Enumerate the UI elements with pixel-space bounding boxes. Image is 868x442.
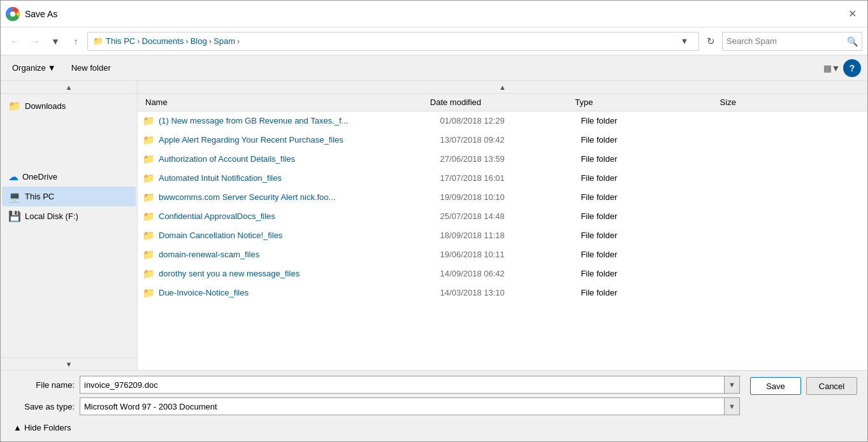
close-button[interactable]: ✕	[842, 4, 862, 24]
search-box: 🔍	[722, 32, 862, 51]
save-as-dialog: Save As ✕ ← → ▼ ↑ 📁 This PC › Documents …	[0, 0, 868, 442]
table-row[interactable]: 📁 Due-Invoice-Notice_files 14/03/2018 13…	[138, 283, 867, 303]
back-button[interactable]: ←	[6, 32, 24, 50]
breadcrumb-docs[interactable]: Documents	[142, 36, 184, 46]
sidebar-scroll-down[interactable]: ▼	[1, 357, 137, 370]
folder-icon: 📁	[143, 268, 155, 280]
file-name-cell: Authorization of Account Details_files	[159, 154, 440, 164]
sidebar-item-this-pc[interactable]: 💻 This PC	[2, 187, 136, 206]
view-button[interactable]: ▦ ▼	[823, 59, 841, 77]
file-date-cell: 14/03/2018 13:10	[440, 288, 581, 297]
col-header-name[interactable]: Name	[143, 96, 428, 108]
onedrive-icon: ☁	[8, 171, 18, 183]
table-row[interactable]: 📁 (1) New message from GB Revenue and Ta…	[138, 111, 867, 131]
file-type-cell: File folder	[581, 211, 721, 221]
save-button[interactable]: Save	[750, 377, 801, 395]
forward-button[interactable]: →	[26, 32, 44, 50]
cancel-button[interactable]: Cancel	[806, 377, 857, 395]
bottom-area: File name: ▼ Save as type: ▼ Save	[1, 370, 867, 441]
breadcrumb-spam[interactable]: Spam	[213, 36, 235, 46]
folder-icon: 📁	[143, 211, 155, 222]
table-row[interactable]: 📁 Confidential ApprovalDocs_files 25/07/…	[138, 207, 867, 226]
downloads-icon: 📁	[8, 100, 21, 112]
sidebar-item-label-downloads: Downloads	[25, 101, 66, 111]
col-header-date[interactable]: Date modified	[428, 96, 572, 108]
hide-folders-label: Hide Folders	[24, 423, 71, 432]
file-name-cell: bwwcomms.com Server Security Alert nick.…	[159, 192, 440, 202]
organize-button[interactable]: Organize ▼	[7, 61, 61, 75]
breadcrumb-sep2: ›	[185, 36, 188, 46]
sidebar-item-onedrive[interactable]: ☁ OneDrive	[2, 167, 136, 187]
file-list-area: ▲ Name Date modified Type Size 📁 (1) New…	[138, 81, 867, 370]
breadcrumb-blog[interactable]: Blog	[191, 36, 207, 46]
up-button[interactable]: ↑	[67, 32, 85, 50]
file-name-cell: Confidential ApprovalDocs_files	[159, 211, 440, 221]
table-row[interactable]: 📁 Automated Intuit Notification_files 17…	[138, 169, 867, 188]
sidebar-item-label-this-pc: This PC	[25, 192, 54, 201]
sidebar-item-label-onedrive: OneDrive	[22, 172, 57, 182]
file-type-cell: File folder	[581, 269, 721, 278]
breadcrumb-sep4: ›	[237, 36, 240, 46]
file-type-cell: File folder	[581, 173, 721, 183]
file-type-cell: File folder	[581, 192, 721, 202]
table-row[interactable]: 📁 domain-renewal-scam_files 19/06/2018 1…	[138, 245, 867, 264]
table-row[interactable]: 📁 Apple Alert Regarding Your Recent Purc…	[138, 131, 867, 150]
save-type-row: Save as type: ▼	[11, 397, 740, 415]
chevron-up-icon: ▲	[13, 423, 22, 432]
app-icon	[6, 7, 20, 21]
organize-chevron-icon: ▼	[48, 63, 56, 73]
file-type-cell: File folder	[581, 288, 721, 297]
folder-icon: 📁	[143, 249, 155, 260]
sidebar-item-downloads[interactable]: 📁 Downloads	[2, 96, 136, 116]
header-collapse-button[interactable]: ▲	[138, 81, 867, 94]
file-name-input-wrap: ▼	[80, 376, 740, 394]
folder-icon: 📁	[143, 173, 155, 184]
breadcrumb-sep3: ›	[209, 36, 212, 46]
file-list-columns: Name Date modified Type Size	[138, 94, 867, 111]
hide-folders-row: ▲ Hide Folders	[11, 419, 857, 436]
col-header-size[interactable]: Size	[718, 96, 862, 108]
toolbar-right: ▦ ▼ ?	[823, 59, 861, 77]
file-name-cell: domain-renewal-scam_files	[159, 250, 440, 259]
file-date-cell: 19/06/2018 10:11	[440, 250, 581, 259]
new-folder-button[interactable]: New folder	[66, 61, 116, 75]
search-input[interactable]	[727, 36, 847, 46]
file-date-cell: 19/09/2018 10:10	[440, 192, 581, 202]
file-name-cell: dorothy sent you a new message_files	[159, 269, 440, 278]
table-row[interactable]: 📁 Authorization of Account Details_files…	[138, 150, 867, 169]
refresh-button[interactable]: ↻	[702, 32, 720, 50]
save-type-input[interactable]	[80, 398, 724, 415]
col-header-type[interactable]: Type	[572, 96, 717, 108]
breadcrumb-sep1: ›	[137, 36, 140, 46]
help-button[interactable]: ?	[843, 59, 861, 77]
search-icon: 🔍	[847, 36, 858, 46]
dropdown-button[interactable]: ▼	[47, 32, 64, 50]
folder-icon: 📁	[143, 153, 155, 165]
table-row[interactable]: 📁 dorothy sent you a new message_files 1…	[138, 264, 867, 283]
sidebar-scroll-up[interactable]: ▲	[1, 81, 137, 94]
breadcrumb-dropdown-button[interactable]: ▼	[676, 32, 693, 50]
title-bar: Save As ✕	[1, 1, 867, 27]
folder-icon: 📁	[143, 230, 155, 241]
sidebar-item-local-disk[interactable]: 💾 Local Disk (F:)	[2, 206, 136, 226]
hide-folders-button[interactable]: ▲ Hide Folders	[11, 422, 74, 434]
new-folder-label: New folder	[71, 63, 111, 73]
file-name-cell: (1) New message from GB Revenue and Taxe…	[159, 116, 440, 125]
file-name-dropdown-button[interactable]: ▼	[724, 376, 739, 393]
breadcrumb[interactable]: 📁 This PC › Documents › Blog › Spam › ▼	[87, 32, 699, 51]
sidebar-item-label-local-disk: Local Disk (F:)	[25, 211, 78, 221]
file-name-row: File name: ▼	[11, 376, 740, 394]
table-row[interactable]: 📁 Domain Cancellation Notice!_files 18/0…	[138, 226, 867, 245]
sidebar: ▲ 📁 Downloads ☁ OneDrive 💻 This PC 💾 Loc…	[1, 81, 138, 370]
save-type-dropdown-button[interactable]: ▼	[724, 398, 739, 415]
file-type-cell: File folder	[581, 116, 721, 125]
collapse-chevron-icon: ▲	[499, 83, 506, 91]
save-type-input-wrap: ▼	[80, 397, 740, 415]
file-list: 📁 (1) New message from GB Revenue and Ta…	[138, 111, 867, 370]
file-date-cell: 25/07/2018 14:48	[440, 211, 581, 221]
organize-label: Organize	[12, 63, 46, 73]
file-name-input[interactable]	[80, 376, 724, 393]
file-name-cell: Apple Alert Regarding Your Recent Purcha…	[159, 135, 440, 145]
table-row[interactable]: 📁 bwwcomms.com Server Security Alert nic…	[138, 188, 867, 207]
folder-icon-nav: 📁	[93, 36, 103, 46]
